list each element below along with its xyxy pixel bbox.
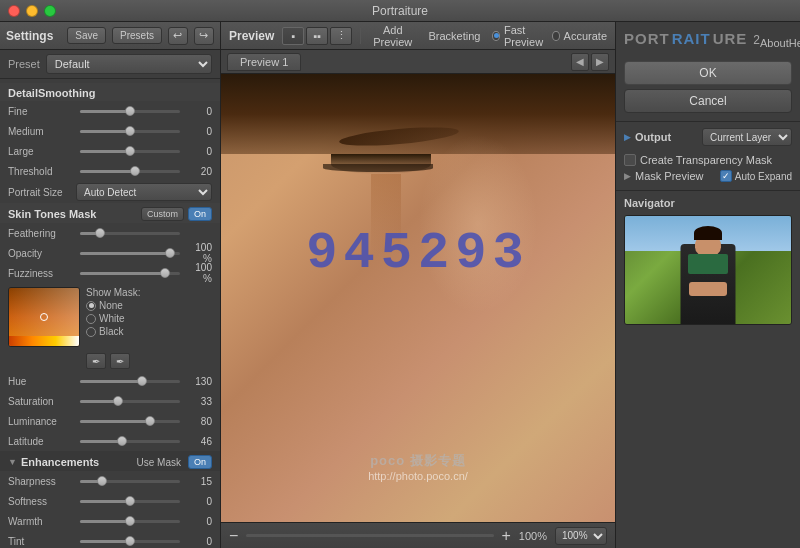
mask-black-row[interactable]: Black xyxy=(86,326,140,337)
output-label: Output xyxy=(635,131,698,143)
fuzziness-slider[interactable] xyxy=(80,272,180,275)
mask-preview-triangle[interactable]: ▶ xyxy=(624,171,631,181)
add-preview-button[interactable]: Add Preview xyxy=(369,22,416,50)
about-button[interactable]: About xyxy=(760,37,789,49)
warmth-slider[interactable] xyxy=(80,520,180,523)
zoom-slider[interactable] xyxy=(246,534,493,537)
output-header: ▶ Output Current Layer New Layer xyxy=(624,128,792,146)
zoom-plus-button[interactable]: + xyxy=(502,528,511,544)
enhancements-title: Enhancements xyxy=(21,456,133,468)
luminance-slider[interactable] xyxy=(80,420,180,423)
main-layout: Settings Save Presets ↩ ↪ Preset Default… xyxy=(0,22,800,548)
settings-title: Settings xyxy=(6,29,61,43)
medium-value: 0 xyxy=(184,126,212,137)
eyedropper-row: ✒ ✒ xyxy=(0,351,220,371)
ok-button[interactable]: OK xyxy=(624,61,792,85)
show-mask-label: Show Mask: xyxy=(86,287,140,298)
logo-rait: RAIT xyxy=(672,30,711,47)
cancel-button[interactable]: Cancel xyxy=(624,89,792,113)
hue-value: 130 xyxy=(184,376,212,387)
enhancements-on-badge[interactable]: On xyxy=(188,455,212,469)
create-transparency-row: Create Transparency Mask xyxy=(624,152,792,168)
skin-tones-header: Skin Tones Mask Custom On xyxy=(0,203,220,223)
eyedropper-add-button[interactable]: ✒ xyxy=(86,353,106,369)
accurate-radio[interactable] xyxy=(552,31,560,41)
left-toolbar: Settings Save Presets ↩ ↪ xyxy=(0,22,220,50)
sharpness-slider[interactable] xyxy=(80,480,180,483)
large-slider[interactable] xyxy=(80,150,180,153)
saturation-label: Saturation xyxy=(8,396,76,407)
quad-view-button[interactable]: ⋮ xyxy=(330,27,352,45)
preview-title: Preview xyxy=(229,29,274,43)
preset-select[interactable]: Default xyxy=(46,54,212,74)
preview-bottom-bar: − + 100% 100% 50% 200% Fit xyxy=(221,522,615,548)
luminance-value: 80 xyxy=(184,416,212,427)
color-swatch[interactable] xyxy=(8,287,80,347)
redo-button[interactable]: ↪ xyxy=(194,27,214,45)
watermark-main: poco 摄影专题 xyxy=(368,452,468,470)
presets-button[interactable]: Presets xyxy=(112,27,162,44)
portrait-size-select[interactable]: Auto Detect xyxy=(76,183,212,201)
sharpness-row: Sharpness 15 xyxy=(0,471,220,491)
sharpness-value: 15 xyxy=(184,476,212,487)
center-panel: Preview ▪ ▪▪ ⋮ Add Preview Bracketing Fa… xyxy=(221,22,615,548)
tab-navigation: ◀ ▶ xyxy=(571,53,609,71)
feathering-label: Feathering xyxy=(8,228,76,239)
opacity-slider[interactable] xyxy=(80,252,180,255)
softness-slider[interactable] xyxy=(80,500,180,503)
eyedropper-remove-button[interactable]: ✒ xyxy=(110,353,130,369)
bracketing-button[interactable]: Bracketing xyxy=(424,28,484,44)
close-button[interactable] xyxy=(8,5,20,17)
preview-toolbar: Preview ▪ ▪▪ ⋮ Add Preview Bracketing Fa… xyxy=(221,22,615,50)
mask-none-row[interactable]: None xyxy=(86,300,140,311)
fine-row: Fine 0 xyxy=(0,101,220,121)
mask-white-radio[interactable] xyxy=(86,314,96,324)
luminance-row: Luminance 80 xyxy=(0,411,220,431)
threshold-slider[interactable] xyxy=(80,170,180,173)
create-transparency-label: Create Transparency Mask xyxy=(640,154,772,166)
single-view-button[interactable]: ▪ xyxy=(282,27,304,45)
output-triangle[interactable]: ▶ xyxy=(624,132,631,142)
skin-custom-badge[interactable]: Custom xyxy=(141,207,184,221)
hue-row: Hue 130 xyxy=(0,371,220,391)
mask-none-radio[interactable] xyxy=(86,301,96,311)
latitude-slider[interactable] xyxy=(80,440,180,443)
tab-next-button[interactable]: ▶ xyxy=(591,53,609,71)
zoom-select[interactable]: 100% 50% 200% Fit xyxy=(555,527,607,545)
tab-prev-button[interactable]: ◀ xyxy=(571,53,589,71)
preset-label: Preset xyxy=(8,58,40,70)
mask-white-row[interactable]: White xyxy=(86,313,140,324)
preview-tab-1[interactable]: Preview 1 xyxy=(227,53,301,71)
mask-black-radio[interactable] xyxy=(86,327,96,337)
save-button[interactable]: Save xyxy=(67,27,106,44)
minimize-button[interactable] xyxy=(26,5,38,17)
maximize-button[interactable] xyxy=(44,5,56,17)
navigator-thumbnail[interactable] xyxy=(624,215,792,325)
nav-person-hands xyxy=(689,282,727,296)
fine-slider[interactable] xyxy=(80,110,180,113)
dual-view-button[interactable]: ▪▪ xyxy=(306,27,328,45)
output-select[interactable]: Current Layer New Layer xyxy=(702,128,792,146)
zoom-value: 100% xyxy=(519,530,547,542)
detail-smoothing-header: DetailSmoothing xyxy=(0,83,220,101)
zoom-minus-button[interactable]: − xyxy=(229,528,238,544)
hue-slider[interactable] xyxy=(80,380,180,383)
create-transparency-checkbox[interactable] xyxy=(624,154,636,166)
tint-row: Tint 0 xyxy=(0,531,220,548)
undo-button[interactable]: ↩ xyxy=(168,27,188,45)
fast-preview-radio[interactable] xyxy=(492,31,500,41)
enhancements-triangle[interactable]: ▼ xyxy=(8,457,17,467)
titlebar: Portraiture xyxy=(0,0,800,22)
help-button[interactable]: Help xyxy=(789,37,800,49)
use-mask-label: Use Mask xyxy=(137,457,181,468)
skin-on-badge[interactable]: On xyxy=(188,207,212,221)
saturation-slider[interactable] xyxy=(80,400,180,403)
feathering-slider[interactable] xyxy=(80,232,180,235)
nav-person-hair xyxy=(694,226,722,240)
medium-slider[interactable] xyxy=(80,130,180,133)
left-panel: Settings Save Presets ↩ ↪ Preset Default… xyxy=(0,22,221,548)
tint-slider[interactable] xyxy=(80,540,180,543)
auto-expand-checkbox[interactable]: ✓ xyxy=(720,170,732,182)
window-controls[interactable] xyxy=(8,5,56,17)
sharpness-label: Sharpness xyxy=(8,476,76,487)
